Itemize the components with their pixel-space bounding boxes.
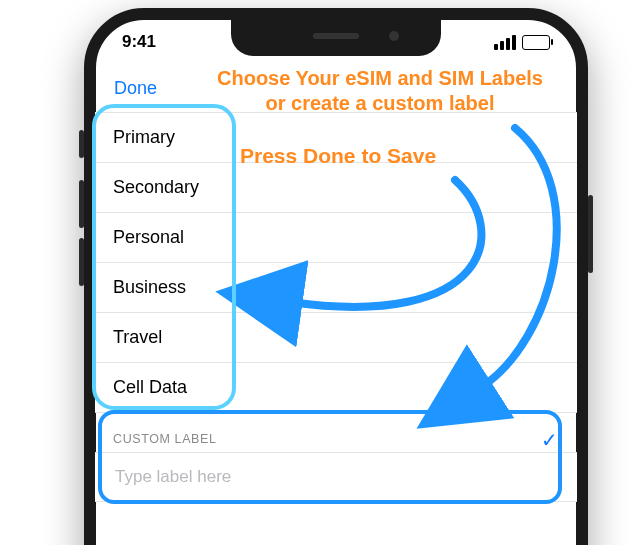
battery-icon [522, 35, 550, 50]
checkmark-icon: ✓ [541, 428, 559, 452]
status-indicators [494, 35, 550, 50]
notch [231, 20, 441, 56]
volume-down-icon [79, 238, 84, 286]
volume-up-icon [79, 180, 84, 228]
label-list: Primary Secondary Personal Business Trav… [95, 112, 577, 413]
status-clock: 9:41 [122, 32, 156, 52]
power-button-icon [588, 195, 593, 273]
mute-switch-icon [79, 130, 84, 158]
nav-bar: Done [96, 78, 576, 99]
camera-icon [389, 31, 399, 41]
label-option-business[interactable]: Business [95, 263, 577, 313]
custom-label-input[interactable] [113, 466, 559, 488]
label-option-travel[interactable]: Travel [95, 313, 577, 363]
signal-icon [494, 35, 516, 50]
stage: 9:41 Done Primary Secondary Personal Bus… [0, 0, 640, 545]
done-button[interactable]: Done [114, 78, 157, 98]
custom-label-header-text: CUSTOM LABEL [113, 432, 217, 446]
label-option-cell-data[interactable]: Cell Data [95, 363, 577, 413]
label-option-personal[interactable]: Personal [95, 213, 577, 263]
custom-label-block: CUSTOM LABEL ✓ [95, 422, 577, 502]
custom-label-header: CUSTOM LABEL ✓ [95, 422, 577, 452]
label-option-primary[interactable]: Primary [95, 113, 577, 163]
label-option-secondary[interactable]: Secondary [95, 163, 577, 213]
speaker-icon [313, 33, 359, 39]
phone-frame: 9:41 Done Primary Secondary Personal Bus… [84, 8, 588, 545]
custom-label-field[interactable] [95, 452, 577, 502]
